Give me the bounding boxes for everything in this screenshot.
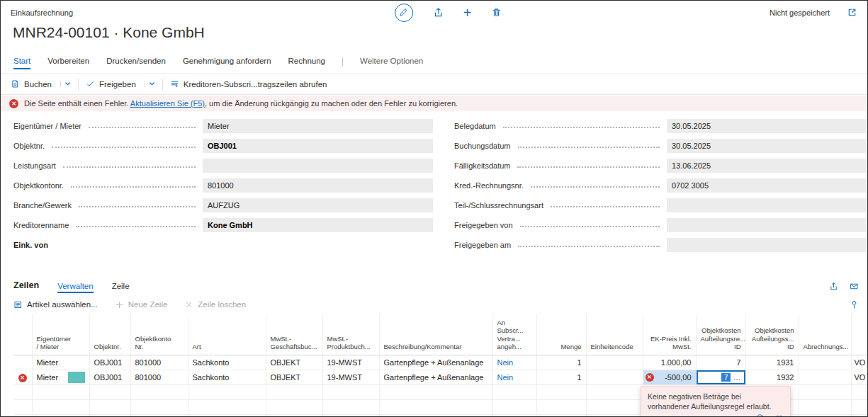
cell-owner[interactable]: Mieter: [32, 355, 89, 370]
empty-cell[interactable]: [13, 399, 32, 414]
tab-start[interactable]: Start: [13, 57, 30, 69]
cell-mwst-produkt[interactable]: 19-MWST: [322, 355, 379, 370]
field-eigentuemer-mieter[interactable]: Mieter: [203, 119, 433, 133]
header-row-selector[interactable]: [13, 314, 32, 355]
cell-aufteilungsschema-id[interactable]: 1931: [745, 355, 799, 370]
empty-cell[interactable]: [266, 384, 322, 399]
cell-ek-preis[interactable]: 1.000,00: [643, 355, 696, 370]
cell-objektkonto[interactable]: 801000: [130, 370, 188, 384]
field-objektkontonr[interactable]: 801000: [203, 178, 433, 193]
empty-cell[interactable]: [130, 399, 188, 414]
cell-aufteilungsregel-id-focused[interactable]: 7…: [696, 370, 745, 384]
cell-einheitencode[interactable]: [586, 370, 643, 384]
delete-button[interactable]: [491, 7, 502, 18]
new-line-button[interactable]: Neue Zeile: [115, 300, 168, 309]
col-cutoff[interactable]: [851, 314, 867, 355]
empty-cell[interactable]: [586, 384, 643, 399]
row-selector-error[interactable]: ✕: [13, 370, 32, 384]
col-an-subscription-vertrag[interactable]: An Subscr... Vertra... angeh...: [492, 314, 536, 355]
refresh-link[interactable]: Aktualisieren Sie (F5): [130, 99, 205, 108]
assist-edit-button[interactable]: …: [733, 373, 742, 382]
empty-cell[interactable]: [188, 384, 266, 399]
empty-cell[interactable]: [13, 384, 32, 399]
field-freigegeben-am[interactable]: [667, 238, 867, 252]
empty-cell[interactable]: [851, 399, 867, 414]
delete-line-button[interactable]: Zeile löschen: [184, 300, 246, 309]
tab-rechnung[interactable]: Rechnung: [288, 57, 325, 68]
empty-cell[interactable]: [32, 414, 89, 416]
empty-cell[interactable]: [536, 414, 586, 416]
empty-cell[interactable]: [89, 414, 130, 416]
cell-objektnr[interactable]: OBJ001: [89, 355, 130, 370]
col-mwst-produktbuchung[interactable]: MwSt.- Produktbuch...: [322, 314, 379, 355]
fetch-subscription-lines-button[interactable]: Kreditoren-Subscri...tragszeilen abrufen: [170, 79, 327, 88]
col-aufteilungsregel-id[interactable]: Objektkosten Aufteilungsre... ID: [696, 314, 745, 355]
field-teil-schlussrechnungsart[interactable]: [667, 198, 867, 212]
field-branche-gewerk[interactable]: AUFZUG: [203, 198, 433, 212]
empty-cell[interactable]: [851, 414, 867, 416]
field-objektnr[interactable]: OBJ001: [203, 139, 433, 153]
field-kred-rechnungsnr[interactable]: 0702 3005: [667, 178, 867, 193]
empty-cell[interactable]: [322, 399, 379, 414]
empty-cell[interactable]: [266, 399, 322, 414]
field-faelligkeitsdatum[interactable]: 13.06.2025: [667, 159, 867, 173]
cell-abrechnung[interactable]: [799, 355, 851, 370]
cell-mwst-produkt[interactable]: 19-MWST: [322, 370, 379, 384]
col-menge[interactable]: Menge: [536, 314, 586, 355]
tab-drucken-senden[interactable]: Drucken/senden: [106, 57, 166, 68]
edit-button[interactable]: [395, 4, 413, 22]
col-aufteilungsschema-id[interactable]: Objektkosten Aufteilungss... ID: [745, 314, 799, 355]
empty-cell[interactable]: [379, 384, 492, 399]
col-beschreibung-kommentar[interactable]: Beschreibung/Kommentar: [379, 314, 492, 355]
cell-aufteilungsschema-id[interactable]: 1932: [745, 370, 799, 384]
cell-owner[interactable]: Mieter: [32, 370, 89, 384]
empty-cell[interactable]: [379, 414, 492, 416]
pin-button[interactable]: [850, 300, 859, 309]
more-options[interactable]: Weitere Optionen: [360, 57, 423, 68]
empty-cell[interactable]: [799, 399, 851, 414]
tab-vorbereiten[interactable]: Vorbereiten: [47, 57, 89, 68]
refresh-button[interactable]: [755, 414, 765, 417]
cell-objektnr[interactable]: OBJ001: [89, 370, 130, 384]
new-document-button[interactable]: +: [463, 6, 472, 20]
empty-cell[interactable]: [799, 384, 851, 399]
col-ek-preis[interactable]: EK-Preis Inkl. MwSt.: [643, 314, 696, 355]
cell-an-subscription[interactable]: Nein: [492, 370, 536, 384]
empty-cell[interactable]: [586, 414, 643, 416]
empty-cell[interactable]: [130, 384, 188, 399]
cell-art[interactable]: Sachkonto: [188, 370, 266, 384]
empty-cell[interactable]: [536, 399, 586, 414]
buchen-dropdown[interactable]: [60, 81, 71, 87]
empty-cell[interactable]: [130, 414, 188, 416]
empty-cell[interactable]: [13, 414, 32, 416]
empty-cell[interactable]: [32, 384, 89, 399]
empty-cell[interactable]: [89, 384, 130, 399]
col-einheitencode[interactable]: Einheitencode: [586, 314, 643, 355]
cell-mwst-geschaeft[interactable]: OBJEKT: [266, 370, 322, 384]
cell-abrechnung[interactable]: [799, 370, 851, 384]
empty-cell[interactable]: [379, 399, 492, 414]
empty-cell[interactable]: [492, 399, 536, 414]
col-objektnr[interactable]: Objektnr.: [89, 314, 130, 355]
col-abrechnungs[interactable]: Abrechnungs...: [799, 314, 851, 355]
empty-cell[interactable]: [188, 414, 266, 416]
empty-cell[interactable]: [492, 414, 536, 416]
tab-zeile[interactable]: Zeile: [112, 282, 130, 293]
freigeben-dropdown[interactable]: [145, 81, 155, 87]
freigeben-button[interactable]: Freigeben: [86, 79, 155, 88]
col-mwst-geschaeftsbuchung[interactable]: MwSt.- Geschäftsbuc...: [266, 314, 322, 355]
empty-cell[interactable]: [586, 399, 643, 414]
mail-lines-button[interactable]: [850, 282, 859, 291]
cell-aufteilungsregel-id[interactable]: 7: [696, 355, 745, 370]
field-leistungsart[interactable]: [203, 159, 433, 173]
cell-objektkonto[interactable]: 801000: [130, 355, 188, 370]
share-lines-button[interactable]: [829, 282, 838, 291]
cell-an-subscription[interactable]: Nein: [492, 355, 536, 370]
cell-menge[interactable]: 1: [536, 370, 586, 384]
empty-cell[interactable]: [188, 399, 266, 414]
empty-cell[interactable]: [89, 399, 130, 414]
empty-cell[interactable]: [851, 384, 867, 399]
field-freigegeben-von[interactable]: [667, 218, 867, 232]
field-buchungsdatum[interactable]: 30.05.2025: [667, 139, 867, 153]
empty-cell[interactable]: [536, 384, 586, 399]
